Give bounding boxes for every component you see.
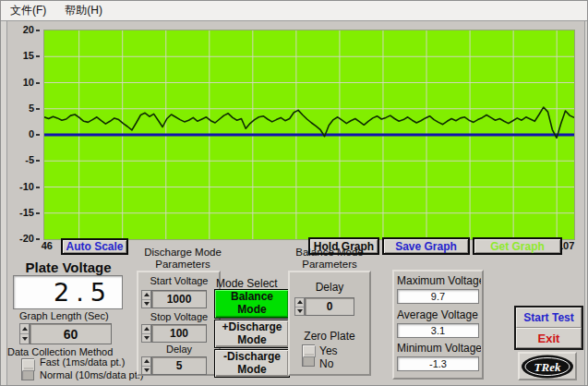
balance-group-title-2: Parameters <box>283 259 376 270</box>
data-collection-toggle[interactable] <box>21 358 34 380</box>
y-tick: -15 <box>1 207 40 218</box>
increment-icon[interactable] <box>142 325 150 334</box>
average-voltage-display: 3.1 <box>397 323 479 338</box>
y-tick: -5 <box>1 154 40 165</box>
menu-help[interactable]: 帮助(H) <box>65 3 102 18</box>
discharge-delay-value[interactable]: 5 <box>151 356 207 375</box>
y-tick: 15 <box>1 50 40 61</box>
start-test-button[interactable]: Start Test <box>516 308 582 328</box>
increment-icon[interactable] <box>20 324 29 334</box>
start-voltage-spinner[interactable]: 1000 <box>141 290 207 308</box>
spinner-arrows[interactable] <box>294 297 305 316</box>
y-tick: -10 <box>1 181 40 192</box>
balance-group-title-1: Balance Mode <box>283 247 376 258</box>
waveform-chart <box>43 30 575 240</box>
decrement-icon[interactable] <box>142 334 150 343</box>
stop-voltage-spinner[interactable]: 100 <box>141 324 207 343</box>
toggle-knob[interactable] <box>22 359 35 371</box>
discharge-delay-label: Delay <box>139 344 219 355</box>
discharge-delay-spinner[interactable]: 5 <box>141 356 207 375</box>
increment-icon[interactable] <box>142 291 150 300</box>
minimum-voltage-label: Minimum Voltage <box>397 342 481 355</box>
spinner-arrows[interactable] <box>141 324 151 343</box>
spinner-arrows[interactable] <box>141 290 151 308</box>
save-graph-button[interactable]: Save Graph <box>382 237 470 255</box>
app-window: 文件(F) 帮助(H) 20 15 10 5 0 -5 -10 -15 -20 … <box>0 0 588 386</box>
menu-bar: 文件(F) 帮助(H) <box>1 1 587 21</box>
zero-plate-toggle[interactable] <box>302 344 315 367</box>
action-button-group: Start Test Exit <box>514 306 583 350</box>
y-tick: 20 <box>1 24 40 35</box>
stop-voltage-label: Stop Voltage <box>139 311 219 322</box>
minimum-voltage-display: -1.3 <box>397 356 479 371</box>
decrement-icon[interactable] <box>295 308 304 316</box>
discharge-group-title-1: Discharge Mode <box>136 247 230 258</box>
discharge-group-title-2: Parameters <box>136 259 230 270</box>
negative-discharge-mode-button[interactable]: -Discharge Mode <box>214 349 290 378</box>
plate-voltage-label: Plate Voltage <box>12 259 125 275</box>
balance-mode-button[interactable]: Balance Mode <box>214 289 290 319</box>
mode-select-label: Mode Select <box>216 277 278 290</box>
spinner-arrows[interactable] <box>19 323 30 344</box>
graph-length-spinner[interactable]: 60 <box>19 323 112 344</box>
waveform-chart-canvas <box>44 30 574 239</box>
x-axis-start-label: 46 <box>32 240 53 251</box>
start-voltage-value[interactable]: 1000 <box>151 290 207 308</box>
toggle-knob[interactable] <box>303 345 316 357</box>
balance-delay-label: Delay <box>293 281 366 294</box>
panel-right-edge <box>584 21 588 385</box>
decrement-icon[interactable] <box>142 367 150 375</box>
start-voltage-label: Start Voltage <box>139 275 219 286</box>
balance-delay-spinner[interactable]: 0 <box>294 297 354 316</box>
zero-plate-option-yes[interactable]: Yes <box>319 344 338 357</box>
trek-logo-text: TRek <box>534 360 561 374</box>
trek-logo-icon: TRek <box>521 355 574 379</box>
decrement-icon[interactable] <box>142 300 150 308</box>
menu-file[interactable]: 文件(F) <box>10 3 46 18</box>
maximum-voltage-display: 9.7 <box>397 289 479 304</box>
average-voltage-label: Average Voltage <box>397 308 481 321</box>
graph-length-value[interactable]: 60 <box>30 323 112 344</box>
decrement-icon[interactable] <box>20 334 29 344</box>
zero-plate-label: Zero Plate <box>293 330 366 343</box>
trek-logo: TRek <box>518 352 577 380</box>
y-tick: 10 <box>1 77 40 88</box>
positive-discharge-mode-button[interactable]: +Discharge Mode <box>214 320 290 348</box>
data-collection-option-normal[interactable]: Normal (10ms/data pt.) <box>40 369 143 380</box>
data-collection-option-fast[interactable]: Fast (1ms/data pt.) <box>40 356 125 368</box>
maximum-voltage-label: Maximum Voltage <box>397 274 481 287</box>
stop-voltage-value[interactable]: 100 <box>151 324 207 343</box>
balance-delay-value[interactable]: 0 <box>305 297 354 316</box>
auto-scale-button[interactable]: Auto Scale <box>61 238 128 255</box>
spinner-arrows[interactable] <box>141 356 151 375</box>
y-tick: 0 <box>1 128 40 139</box>
increment-icon[interactable] <box>142 357 150 367</box>
exit-button[interactable]: Exit <box>516 328 582 348</box>
get-graph-button[interactable]: Get Graph <box>473 237 562 255</box>
zero-plate-option-no[interactable]: No <box>319 357 333 370</box>
increment-icon[interactable] <box>295 298 304 308</box>
plate-voltage-display: 2.5 <box>13 275 123 309</box>
graph-length-label: Graph Length (Sec) <box>19 310 109 321</box>
y-tick: 5 <box>1 103 40 114</box>
